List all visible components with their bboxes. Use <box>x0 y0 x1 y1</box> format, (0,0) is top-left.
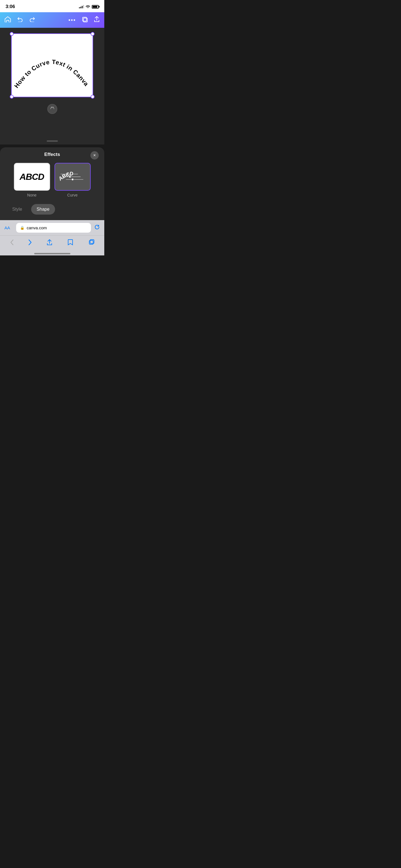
more-icon[interactable]: ••• <box>68 17 76 23</box>
svg-text:ABCD: ABCD <box>57 170 74 182</box>
redo-icon[interactable] <box>29 17 36 24</box>
svg-point-8 <box>66 173 68 175</box>
svg-text:How to Curve Text in Canva: How to Curve Text in Canva <box>13 58 90 89</box>
handle-bottom-right[interactable] <box>91 95 94 99</box>
handle-top-right[interactable] <box>91 32 94 36</box>
tab-row: Style Shape <box>5 204 99 215</box>
handle-top-left[interactable] <box>10 32 13 36</box>
canvas-area: How to Curve Text in Canva <box>0 28 104 145</box>
forward-button[interactable] <box>25 238 35 248</box>
effects-options: ABCD None ABCD <box>5 163 99 197</box>
url-bar[interactable]: 🔒 canva.com <box>16 223 91 232</box>
effect-curve-label: Curve <box>67 193 78 197</box>
effects-title: Effects <box>44 152 60 157</box>
status-time: 3:06 <box>5 4 15 9</box>
toolbar-right: ••• <box>68 16 100 24</box>
toolbar: ••• <box>0 12 104 28</box>
curved-text-svg: How to Curve Text in Canva <box>12 34 93 97</box>
home-icon[interactable] <box>4 16 11 24</box>
tab-shape[interactable]: Shape <box>31 204 55 215</box>
effect-curve-thumbnail: ABCD <box>55 163 91 191</box>
signal-icon <box>79 5 84 8</box>
effect-none-thumbnail: ABCD <box>14 163 50 191</box>
effect-none-label: None <box>27 193 36 197</box>
none-text: ABCD <box>20 172 44 182</box>
drag-indicator <box>47 141 58 142</box>
status-bar: 3:06 <box>0 0 104 12</box>
undo-icon[interactable] <box>17 17 23 24</box>
status-icons <box>79 4 99 9</box>
bookmarks-button[interactable] <box>64 238 77 248</box>
canvas-frame[interactable]: How to Curve Text in Canva <box>11 33 93 97</box>
close-button[interactable]: × <box>90 151 99 159</box>
home-indicator <box>0 251 104 255</box>
effect-none-card[interactable]: ABCD None <box>14 163 50 197</box>
svg-point-7 <box>69 176 71 178</box>
curve-handle[interactable] <box>47 104 57 114</box>
handle-bottom-left[interactable] <box>10 95 13 99</box>
lock-icon: 🔒 <box>20 226 25 230</box>
wifi-icon <box>86 4 90 9</box>
effects-panel: Effects × ABCD None ABCD <box>0 147 104 220</box>
back-button[interactable] <box>7 238 17 248</box>
battery-icon <box>92 5 99 9</box>
share-icon[interactable] <box>94 16 100 24</box>
tab-style[interactable]: Style <box>7 204 28 215</box>
browser-nav <box>0 236 104 251</box>
url-text: canva.com <box>27 225 47 230</box>
effect-curve-card[interactable]: ABCD Curve <box>55 163 91 197</box>
tabs-button[interactable] <box>85 238 97 248</box>
reload-button[interactable] <box>94 224 100 231</box>
layers-icon[interactable] <box>82 16 88 24</box>
svg-point-9 <box>71 179 74 181</box>
curve-preview-svg: ABCD <box>55 163 90 190</box>
aa-button[interactable]: AA <box>4 225 13 230</box>
effects-header: Effects × <box>5 152 99 157</box>
share-nav-button[interactable] <box>43 238 56 248</box>
toolbar-left <box>4 16 36 24</box>
browser-bar: AA 🔒 canva.com <box>0 220 104 236</box>
home-bar <box>34 253 70 254</box>
